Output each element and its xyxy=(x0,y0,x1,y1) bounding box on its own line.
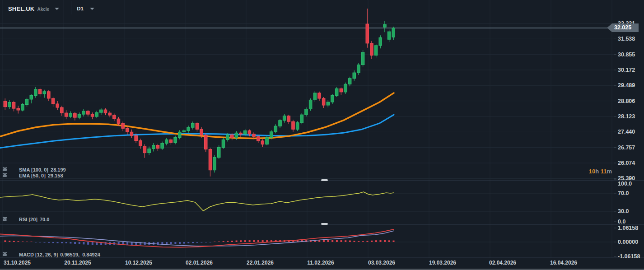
candle-body xyxy=(327,102,330,105)
macd-histogram-bar xyxy=(65,242,67,243)
macd-histogram-bar xyxy=(262,240,264,242)
countdown-hours: 10 xyxy=(589,168,595,175)
candle-body xyxy=(174,137,177,142)
candle-countdown: 10h 11m xyxy=(589,168,612,175)
candle-body xyxy=(143,146,146,153)
macd-histogram-bar xyxy=(345,240,346,242)
macd-histogram-bar xyxy=(52,242,54,243)
macd-histogram-bar xyxy=(218,242,220,242)
price-axis-label: 28.806 xyxy=(618,98,635,104)
macd-axis-label: 1.06158 xyxy=(618,225,638,231)
candle-body xyxy=(65,113,68,116)
macd-histogram-bar xyxy=(336,240,338,242)
rsi-panel-resize-handle[interactable] xyxy=(321,179,328,181)
macd-histogram-bar xyxy=(79,242,80,244)
rsi-label: RSI [20] xyxy=(19,217,37,222)
macd-histogram-bar xyxy=(244,240,246,242)
macd-histogram-bar xyxy=(61,242,63,243)
candle-body xyxy=(78,114,81,117)
date-axis-label: 02.04.2026 xyxy=(489,260,516,266)
macd-histogram-bar xyxy=(380,240,382,242)
macd-histogram-bar xyxy=(384,240,386,242)
ema-label: EMA [50, 0] xyxy=(19,173,46,178)
candle-body xyxy=(100,110,103,112)
macd-histogram-bar xyxy=(236,241,238,242)
candle-body xyxy=(17,108,20,110)
macd-histogram-bar xyxy=(105,242,107,245)
candle-body xyxy=(252,134,256,137)
candle-body xyxy=(248,130,251,134)
chevron-down-icon[interactable] xyxy=(55,8,59,10)
date-axis-label: 22.01.2026 xyxy=(247,260,274,266)
macd-histogram-bar xyxy=(205,242,207,242)
macd-histogram-bar xyxy=(223,241,224,242)
macd-histogram-bar xyxy=(354,241,355,242)
candle-body xyxy=(47,92,51,98)
macd-label: MACD [12, 26, 9] xyxy=(19,252,58,257)
close-icon[interactable] xyxy=(10,252,15,257)
candle-body xyxy=(239,133,243,134)
price-axis-label: 30.172 xyxy=(618,67,635,73)
candle-body xyxy=(357,65,360,73)
date-axis-label: 19.03.2026 xyxy=(429,260,456,266)
chart-canvas[interactable] xyxy=(0,0,644,270)
symbol-selector[interactable]: SHEL.UK Akcie xyxy=(0,5,59,12)
macd-histogram-bar xyxy=(375,240,377,242)
macd-histogram-bar xyxy=(39,242,41,242)
macd-histogram-bar xyxy=(48,242,50,243)
candle-body xyxy=(178,132,182,137)
candle-body xyxy=(95,112,98,116)
macd-histogram-bar xyxy=(388,240,390,242)
macd-histogram-bar xyxy=(253,240,255,242)
candle-body xyxy=(344,84,347,92)
candle-body xyxy=(300,115,303,123)
candle-body xyxy=(4,101,7,107)
macd-histogram-bar xyxy=(83,242,84,244)
candle-body xyxy=(279,121,282,126)
price-axis-label: 28.123 xyxy=(618,113,635,120)
macd-histogram-bar xyxy=(174,242,176,244)
chevron-down-icon[interactable] xyxy=(90,8,94,10)
candle-body xyxy=(331,95,334,102)
macd-histogram-bar xyxy=(13,241,15,242)
macd-histogram-bar xyxy=(44,242,46,242)
macd-panel-resize-handle[interactable] xyxy=(321,223,328,225)
macd-histogram-bar xyxy=(249,240,251,242)
candle-body xyxy=(213,158,216,170)
price-axis-label: 30.855 xyxy=(618,51,635,58)
macd-histogram-bar xyxy=(227,241,229,242)
candle-body xyxy=(318,93,321,98)
trading-chart-window: SHEL.UK Akcie D1 32.025 10h 11m SMA [100… xyxy=(0,0,644,270)
candle-body xyxy=(69,113,72,116)
macd-histogram-bar xyxy=(323,240,325,242)
candle-body xyxy=(34,89,37,96)
macd-histogram-bar xyxy=(26,242,28,242)
price-axis-label: 26.757 xyxy=(618,144,635,151)
rsi-axis-label: 100.0 xyxy=(618,181,632,187)
last-price-badge: 32.025 xyxy=(607,23,639,32)
candle-body xyxy=(205,135,208,149)
candle-body xyxy=(270,132,273,138)
candle-body xyxy=(340,88,343,92)
candle-body xyxy=(108,113,112,115)
rsi-axis-label: 30.0 xyxy=(618,208,629,214)
candle-body xyxy=(244,130,247,134)
candle-body xyxy=(370,43,373,56)
macd-histogram-bar xyxy=(367,241,369,242)
candle-body xyxy=(361,52,364,65)
timeframe-selector[interactable]: D1 xyxy=(71,6,94,11)
candle-body xyxy=(38,89,42,94)
candle-body xyxy=(231,135,234,138)
rsi-axis-label: 70.0 xyxy=(618,190,629,196)
candle-body xyxy=(182,130,186,132)
macd-histogram-bar xyxy=(257,240,259,242)
candle-body xyxy=(161,143,164,148)
candle-body xyxy=(8,102,11,107)
toolbar: SHEL.UK Akcie D1 xyxy=(0,0,94,17)
close-icon[interactable] xyxy=(10,167,15,172)
close-icon[interactable] xyxy=(10,173,15,178)
close-icon[interactable] xyxy=(10,217,15,222)
macd-histogram-bar xyxy=(166,242,168,245)
candle-body xyxy=(287,116,290,122)
candle-body xyxy=(91,114,94,116)
